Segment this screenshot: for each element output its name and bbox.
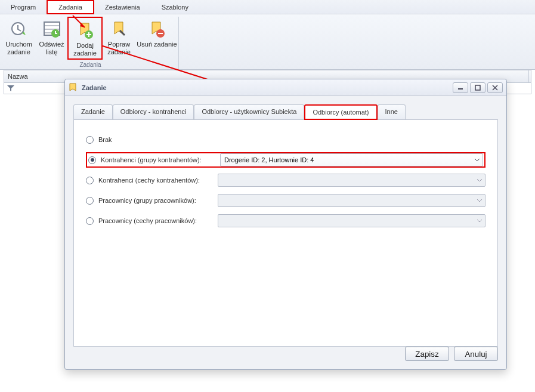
chevron-down-icon <box>477 177 483 183</box>
select-kontrahenci-grupy[interactable]: Drogerie ID: 2, Hurtownie ID: 4 <box>220 153 483 166</box>
maximize-icon <box>475 85 481 91</box>
option-label: Brak <box>98 136 218 143</box>
modal-title-icon <box>69 83 78 92</box>
ribbon-btn-popraw-zadanie[interactable]: Poprawzadanie <box>103 17 135 60</box>
bookmark-delete-icon <box>147 20 166 39</box>
option-brak[interactable]: Brak <box>86 132 485 147</box>
tab-zadanie[interactable]: Zadanie <box>73 104 113 119</box>
menu-item-zadania[interactable]: Zadania <box>47 0 94 14</box>
tab-odbiorcy-automat[interactable]: Odbiorcy (automat) <box>304 104 377 120</box>
modal-content: Brak Kontrahenci (grupy kontrahentów): D… <box>73 120 498 347</box>
cancel-button[interactable]: Anuluj <box>454 347 498 361</box>
ribbon-group-zadania: Uruchomzadanie Odświeżlistę Dodajzadanie <box>2 17 179 69</box>
option-pracownicy-cechy[interactable]: Pracownicy (cechy pracowników): <box>86 213 485 229</box>
close-icon <box>492 85 498 91</box>
ribbon-btn-label: Usuń zadanie <box>137 41 177 48</box>
ribbon-btn-label2: zadanie <box>73 50 97 57</box>
ribbon-highlight: Dodajzadanie <box>67 17 103 60</box>
ribbon-btn-odswiez-liste[interactable]: Odświeżlistę <box>35 17 68 60</box>
ribbon-btn-dodaj-zadanie[interactable]: Dodajzadanie <box>69 18 101 58</box>
ribbon-btn-uruchom-zadanie[interactable]: Uruchomzadanie <box>2 17 35 60</box>
select-kontrahenci-cechy[interactable] <box>218 174 485 187</box>
chevron-down-icon <box>477 218 483 224</box>
ribbon-btn-label2: zadanie <box>7 48 30 55</box>
select-pracownicy-cechy[interactable] <box>218 214 485 227</box>
radio-icon <box>88 156 96 164</box>
window-minimize-button[interactable] <box>453 82 468 93</box>
save-button[interactable]: Zapisz <box>405 347 449 361</box>
ribbon-btn-label: Popraw <box>108 41 130 48</box>
select-value: Drogerie ID: 2, Hurtownie ID: 4 <box>224 156 314 163</box>
ribbon: Uruchomzadanie Odświeżlistę Dodajzadanie <box>0 14 535 70</box>
bookmark-add-icon <box>76 21 95 41</box>
modal-title: Zadanie <box>82 84 451 91</box>
menu-item-program[interactable]: Program <box>0 1 47 13</box>
tab-odbiorcy-uzytkownicy-subiekta[interactable]: Odbiorcy - użytkownicy Subiekta <box>194 104 304 119</box>
option-label: Kontrahenci (grupy kontrahentów): <box>101 156 220 163</box>
ribbon-group-caption: Zadania <box>2 60 178 69</box>
chevron-down-icon <box>477 197 483 203</box>
minimize-icon <box>457 85 463 91</box>
filter-icon <box>7 84 15 92</box>
svg-rect-5 <box>475 85 480 90</box>
clock-run-icon <box>10 20 29 39</box>
menu-item-szablony[interactable]: Szablony <box>151 1 199 13</box>
tab-odbiorcy-kontrahenci[interactable]: Odbiorcy - kontrahenci <box>113 104 194 119</box>
menu-item-zestawienia[interactable]: Zestawienia <box>94 1 151 13</box>
refresh-grid-icon <box>42 20 61 39</box>
option-label: Pracownicy (cechy pracowników): <box>98 217 218 224</box>
radio-icon <box>86 177 94 184</box>
option-label: Kontrahenci (cechy kontrahentów): <box>98 177 218 184</box>
ribbon-btn-label: Dodaj <box>76 42 94 49</box>
radio-icon <box>86 217 94 225</box>
window-maximize-button[interactable] <box>470 82 485 93</box>
modal-tabstrip: Zadanie Odbiorcy - kontrahenci Odbiorcy … <box>73 104 498 120</box>
tab-inne[interactable]: Inne <box>378 104 406 119</box>
radio-icon <box>86 136 94 144</box>
option-kontrahenci-grupy[interactable]: Kontrahenci (grupy kontrahentów): Droger… <box>86 152 485 168</box>
window-close-button[interactable] <box>487 82 503 93</box>
modal-titlebar: Zadanie <box>65 79 506 96</box>
select-pracownicy-grupy[interactable] <box>218 194 485 207</box>
menu-bar: Program Zadania Zestawienia Szablony <box>0 0 535 14</box>
radio-icon <box>86 197 94 205</box>
modal-footer: Zapisz Anuluj <box>400 347 498 361</box>
bookmark-edit-icon <box>110 20 129 39</box>
ribbon-btn-label2: listę <box>46 48 58 55</box>
modal-zadanie: Zadanie Zadanie Odbiorcy - kontrahenci O… <box>64 79 507 370</box>
chevron-down-icon <box>474 157 480 163</box>
ribbon-btn-label: Odśwież <box>39 41 64 48</box>
ribbon-btn-usun-zadanie[interactable]: Usuń zadanie <box>135 17 178 60</box>
option-label: Pracownicy (grupy pracowników): <box>98 197 218 204</box>
option-kontrahenci-cechy[interactable]: Kontrahenci (cechy kontrahentów): <box>86 172 485 188</box>
ribbon-btn-label2: zadanie <box>107 48 131 55</box>
option-pracownicy-grupy[interactable]: Pracownicy (grupy pracowników): <box>86 193 485 208</box>
ribbon-btn-label: Uruchom <box>5 41 32 48</box>
